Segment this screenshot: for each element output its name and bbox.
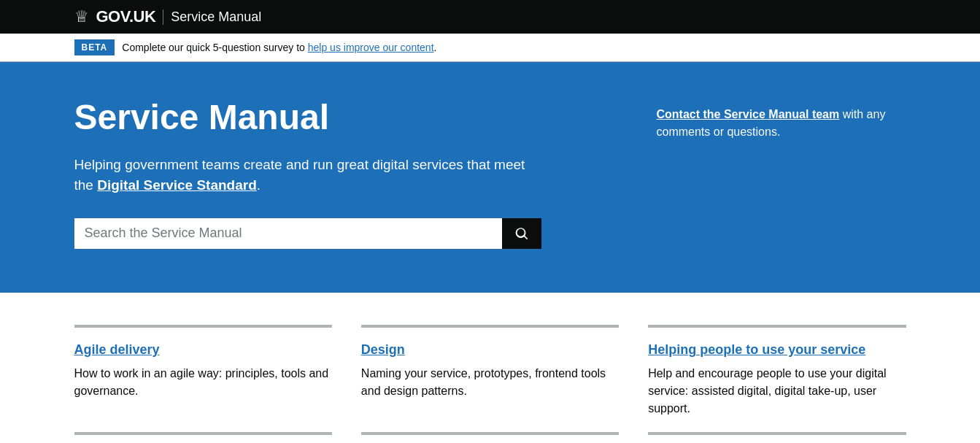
- topic-item: Service assessments Check if you need a …: [361, 432, 619, 443]
- hero-content: Service Manual Helping government teams …: [74, 99, 615, 249]
- topic-description: Naming your service, prototypes, fronten…: [361, 365, 619, 400]
- topic-item: Agile delivery How to work in an agile w…: [74, 325, 332, 432]
- topic-title: Design: [361, 342, 619, 358]
- beta-tag: BETA: [74, 39, 115, 55]
- contact-link[interactable]: Contact the Service Manual team: [657, 108, 840, 120]
- service-name: Service Manual: [163, 9, 261, 25]
- crown-icon: ♕: [74, 7, 89, 26]
- topic-item: Helping people to use your service Help …: [648, 325, 906, 432]
- topic-description: How to work in an agile way: principles,…: [74, 365, 332, 400]
- topic-title: Agile delivery: [74, 342, 332, 358]
- govuk-text: GOV.UK: [96, 7, 156, 26]
- site-header: ♕ GOV.UK Service Manual: [0, 0, 980, 34]
- beta-banner: BETA Complete our quick 5-question surve…: [0, 34, 980, 62]
- topic-link[interactable]: Agile delivery: [74, 342, 160, 357]
- topic-item: Measuring success How to use data to imp…: [74, 432, 332, 443]
- govuk-logo-link[interactable]: ♕ GOV.UK: [74, 7, 156, 26]
- search-icon: [514, 226, 530, 242]
- topic-item: Technology Choosing technology, developm…: [648, 432, 906, 443]
- hero-title: Service Manual: [74, 99, 615, 137]
- topic-link[interactable]: Helping people to use your service: [648, 342, 865, 357]
- search-form: [74, 218, 541, 249]
- search-input[interactable]: [74, 218, 502, 249]
- topic-title: Helping people to use your service: [648, 342, 906, 358]
- beta-text: Complete our quick 5-question survey to …: [122, 42, 436, 53]
- topics-section: Agile delivery How to work in an agile w…: [0, 293, 980, 443]
- improve-content-link[interactable]: help us improve our content: [308, 42, 434, 53]
- hero-section: Service Manual Helping government teams …: [0, 62, 980, 293]
- contact-text: Contact the Service Manual team with any…: [657, 106, 906, 141]
- beta-text-after: .: [434, 42, 437, 53]
- hero-desc-after: .: [257, 177, 261, 193]
- topic-item: Design Naming your service, prototypes, …: [361, 325, 619, 432]
- hero-sidebar: Contact the Service Manual team with any…: [657, 99, 906, 141]
- topics-grid: Agile delivery How to work in an agile w…: [53, 325, 928, 443]
- dss-link[interactable]: Digital Service Standard: [97, 177, 257, 193]
- topic-description: Help and encourage people to use your di…: [648, 365, 906, 417]
- beta-text-before: Complete our quick 5-question survey to: [122, 42, 307, 53]
- search-button[interactable]: [502, 218, 541, 249]
- hero-description: Helping government teams create and run …: [74, 155, 527, 196]
- topic-link[interactable]: Design: [361, 342, 405, 357]
